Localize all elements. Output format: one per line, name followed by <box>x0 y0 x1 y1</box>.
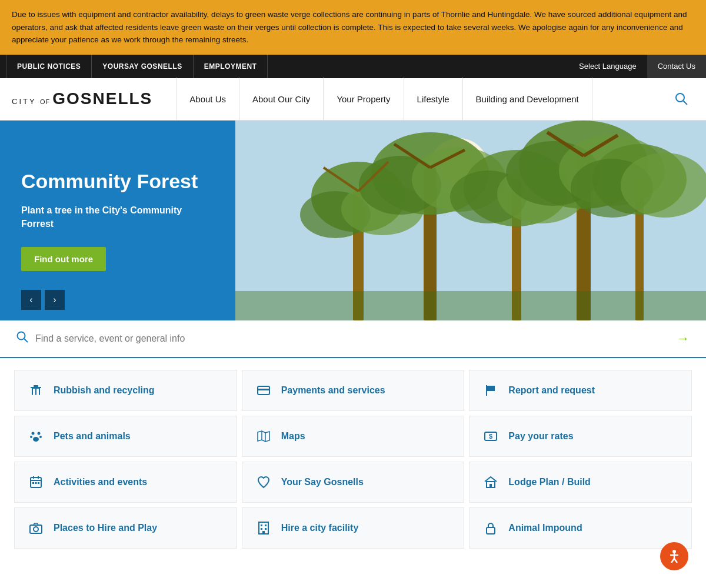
service-item-yoursay[interactable]: Your Say Gosnells <box>242 462 465 503</box>
svg-rect-37 <box>39 388 40 395</box>
places-label: Places to Hire and Play <box>54 523 157 533</box>
service-item-report[interactable]: Report and request <box>469 370 692 411</box>
impound-label: Animal Impound <box>508 523 582 533</box>
nav-lifestyle[interactable]: Lifestyle <box>404 78 463 120</box>
payments-icon <box>254 383 273 397</box>
search-input[interactable] <box>35 333 677 344</box>
service-grid: Rubbish and recyclingPayments and servic… <box>0 358 706 560</box>
nav-building-development[interactable]: Building and Development <box>463 78 592 120</box>
svg-point-43 <box>32 432 35 435</box>
payments-label: Payments and services <box>281 385 385 396</box>
svg-line-73 <box>671 559 674 560</box>
service-item-rubbish[interactable]: Rubbish and recycling <box>14 370 237 411</box>
logo-name: GOSNELLS <box>52 89 152 108</box>
svg-rect-41 <box>258 389 269 390</box>
yoursay-label: Your Say Gosnells <box>281 477 364 487</box>
utility-bar-right: Select Language Contact Us <box>568 55 706 78</box>
pets-icon <box>26 429 45 443</box>
lodge-label: Lodge Plan / Build <box>508 477 591 487</box>
service-item-lodge[interactable]: Lodge Plan / Build <box>469 462 692 503</box>
svg-rect-65 <box>265 524 267 526</box>
svg-rect-58 <box>38 482 39 484</box>
svg-point-62 <box>34 527 38 532</box>
report-label: Report and request <box>508 385 595 396</box>
svg-line-74 <box>674 559 677 560</box>
svg-rect-25 <box>235 291 706 320</box>
report-icon <box>481 383 500 397</box>
svg-point-24 <box>621 153 706 218</box>
svg-point-44 <box>38 432 41 435</box>
activities-label: Activities and events <box>54 477 147 487</box>
alert-text: Due to issues with equipment and contrac… <box>12 10 687 44</box>
svg-point-47 <box>33 437 39 442</box>
nav-about-us[interactable]: About Us <box>176 78 239 120</box>
site-logo[interactable]: CITY of GOSNELLS <box>12 89 152 108</box>
svg-rect-38 <box>35 388 36 395</box>
service-item-facility[interactable]: Hire a city facility <box>242 507 465 549</box>
svg-rect-36 <box>32 388 33 395</box>
service-item-pets[interactable]: Pets and animals <box>14 416 237 457</box>
svg-rect-67 <box>265 528 267 530</box>
logo-city: CITY of <box>12 97 50 106</box>
select-language-link[interactable]: Select Language <box>568 55 647 78</box>
svg-rect-39 <box>32 388 40 389</box>
activities-icon <box>26 475 45 489</box>
search-section: → <box>0 320 706 358</box>
impound-icon <box>481 521 500 535</box>
svg-line-33 <box>24 339 28 342</box>
nav-items: About Us About Our City Your Property Li… <box>176 78 668 120</box>
service-item-payments[interactable]: Payments and services <box>242 370 465 411</box>
utility-bar-left: PUBLIC NOTICES YOURSAY GOSNELLS EMPLOYME… <box>6 55 268 78</box>
yoursay-icon <box>254 475 273 489</box>
main-nav: CITY of GOSNELLS About Us About Our City… <box>0 78 706 121</box>
maps-label: Maps <box>281 431 305 442</box>
facility-label: Hire a city facility <box>281 523 359 533</box>
nav-your-property[interactable]: Your Property <box>324 78 404 120</box>
hero-find-out-more-button[interactable]: Find out more <box>21 247 106 271</box>
places-icon <box>26 521 45 535</box>
search-icon-button[interactable] <box>668 86 694 112</box>
maps-icon <box>254 429 273 443</box>
svg-line-1 <box>684 101 688 105</box>
svg-rect-66 <box>261 528 262 530</box>
svg-rect-35 <box>34 385 38 387</box>
hero-title: Community Forest <box>21 169 214 193</box>
hero-controls: ‹ › <box>21 290 65 310</box>
facility-icon <box>254 521 273 535</box>
svg-point-0 <box>676 93 684 102</box>
hero-next-button[interactable]: › <box>45 290 65 310</box>
service-item-rates[interactable]: $Pay your rates <box>469 416 692 457</box>
contact-us-link[interactable]: Contact Us <box>647 55 706 78</box>
svg-point-70 <box>672 550 676 553</box>
utility-public-notices[interactable]: PUBLIC NOTICES <box>6 55 92 78</box>
svg-text:$: $ <box>489 433 492 440</box>
svg-rect-68 <box>262 531 265 534</box>
svg-point-32 <box>18 332 25 340</box>
nav-about-our-city[interactable]: About Our City <box>239 78 324 120</box>
rates-icon: $ <box>481 429 500 443</box>
utility-employment[interactable]: EMPLOYMENT <box>194 55 268 78</box>
service-item-maps[interactable]: Maps <box>242 416 465 457</box>
lodge-icon <box>481 475 500 489</box>
service-item-impound[interactable]: Animal Impound <box>469 507 692 549</box>
svg-rect-56 <box>32 482 34 484</box>
svg-point-46 <box>39 436 42 438</box>
search-icon <box>16 331 28 346</box>
service-item-places[interactable]: Places to Hire and Play <box>14 507 237 549</box>
hero-text-panel: Community Forest Plant a tree in the Cit… <box>0 121 235 320</box>
hero-prev-button[interactable]: ‹ <box>21 290 41 310</box>
rubbish-icon <box>26 383 45 397</box>
svg-rect-60 <box>489 484 492 487</box>
utility-yoursay[interactable]: YOURSAY GOSNELLS <box>92 55 193 78</box>
rubbish-label: Rubbish and recycling <box>54 385 155 396</box>
pets-label: Pets and animals <box>54 431 131 442</box>
rates-label: Pay your rates <box>508 431 573 442</box>
hero-image <box>235 121 706 320</box>
svg-point-45 <box>30 436 32 438</box>
search-submit-arrow[interactable]: → <box>677 331 690 346</box>
svg-rect-57 <box>35 482 37 484</box>
svg-rect-64 <box>261 524 262 526</box>
hero-subtitle: Plant a tree in the City's Community For… <box>21 204 214 230</box>
service-item-activities[interactable]: Activities and events <box>14 462 237 503</box>
svg-rect-69 <box>487 527 495 534</box>
